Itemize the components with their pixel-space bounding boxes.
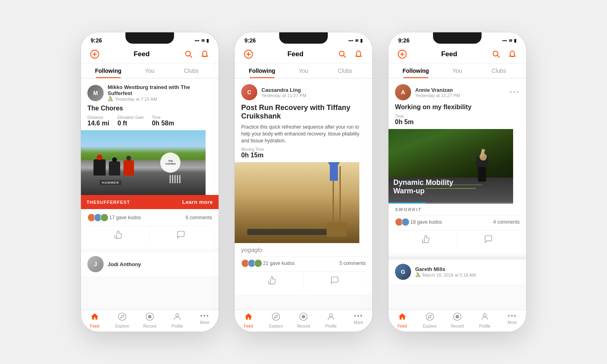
search-icon-1[interactable] [183, 49, 194, 60]
feed-title-3: Feed [441, 50, 457, 58]
nav-record-3[interactable]: Record [444, 312, 471, 328]
stats-row-2: Moving Time 0h 15m [241, 147, 366, 159]
nav-record-2[interactable]: Record [290, 312, 317, 328]
kudos-btn-2[interactable] [241, 272, 304, 289]
search-icon-3[interactable] [490, 49, 502, 60]
avatar-mikko: M [87, 85, 104, 101]
battery-icon-2: ▮ [360, 38, 363, 43]
tab-you-3[interactable]: You [437, 63, 478, 78]
tab-clubs-3[interactable]: Clubs [478, 63, 520, 78]
stat-moving-time: Moving Time 0h 15m [241, 147, 264, 159]
tab-you-2[interactable]: You [283, 63, 325, 78]
search-icon-2[interactable] [337, 49, 348, 60]
nav-label-explore-3: Explore [423, 324, 437, 328]
nav-feed-1[interactable]: Feed [81, 312, 108, 328]
comment-btn-2[interactable] [304, 272, 366, 289]
nav-profile-1[interactable]: Profile [163, 312, 191, 328]
nav-more-2[interactable]: ••• More [345, 312, 372, 328]
nav-label-profile-2: Profile [325, 324, 337, 328]
sufferfest-banner[interactable]: THESUFFERFEST Learn more [81, 195, 219, 209]
kudos-btn-3[interactable] [395, 231, 458, 248]
activity-title-1: The Chores [87, 105, 212, 112]
phone-3: 9:26 ▪▪▪ ≋ ▮ Feed [388, 32, 526, 332]
sufferfest-brand: THESUFFERFEST [87, 200, 130, 205]
nav-feed-2[interactable]: Feed [235, 312, 262, 328]
kudos-row-2: 21 gave kudos 5 comments [241, 256, 366, 270]
stat-elevation: Elevation Gain 0 ft [117, 115, 144, 127]
tab-clubs-2[interactable]: Clubs [324, 63, 366, 78]
bike-icon-gareth: 🚴 [415, 272, 421, 277]
kudos-btn-1[interactable] [87, 226, 150, 243]
record-icon-1 [145, 312, 154, 323]
svg-point-6 [119, 313, 126, 320]
nav-explore-2[interactable]: Explore [262, 312, 290, 328]
status-icons-1: ▪▪▪ ≋ ▮ [195, 38, 209, 43]
bottom-nav-2: Feed Explore Record [235, 309, 372, 332]
svg-point-26 [426, 313, 433, 320]
second-post-preview-3: G Gareth Mills 🚴 March 18, 2018 at 5:16 … [388, 256, 526, 284]
more-dots-3[interactable]: ••• [509, 88, 520, 97]
comment-btn-3[interactable] [458, 231, 520, 248]
add-icon-3[interactable] [397, 49, 408, 60]
profile-icon-3 [480, 312, 489, 323]
nav-icons-right-3 [490, 49, 518, 60]
svg-point-8 [148, 315, 151, 318]
tab-clubs-1[interactable]: Clubs [170, 63, 212, 78]
svg-line-4 [190, 55, 192, 57]
feed-content-1: M Mikko Westburg trained with The Suffer… [81, 78, 219, 309]
activity-image-yoga [235, 162, 359, 243]
nav-label-more-2: More [354, 320, 363, 325]
bell-icon-3[interactable] [507, 49, 518, 60]
kudos-avatars-3 [395, 218, 408, 226]
profile-icon-2 [327, 312, 335, 323]
nav-more-3[interactable]: ••• More [499, 312, 526, 328]
nav-more-1[interactable]: ••• More [191, 312, 219, 328]
record-icon-2 [299, 312, 308, 323]
kudos-avatar-3b [401, 218, 410, 226]
tab-following-1[interactable]: Following [87, 63, 129, 78]
wifi-icon-3: ≋ [509, 38, 512, 43]
wifi-icon-2: ≋ [355, 38, 359, 43]
user-name-cassandra: Cassandra Ling [261, 87, 366, 93]
nav-profile-2[interactable]: Profile [317, 312, 345, 328]
phone-1: 9:26 ▪▪▪ ≋ ▮ Feed [81, 32, 219, 332]
signal-icon: ▪▪▪ [195, 38, 200, 43]
description-2: Practice this quick refresher sequence a… [241, 124, 366, 144]
explore-icon-3 [425, 312, 434, 323]
nav-label-feed-3: Feed [398, 324, 407, 328]
nav-header-2: Feed [235, 45, 372, 63]
wifi-icon: ≋ [201, 38, 205, 43]
phone-2-top: 9:26 ▪▪▪ ≋ ▮ Feed [235, 32, 372, 78]
bike-icon-1: 🚴 [108, 96, 113, 102]
nav-explore-1[interactable]: Explore [108, 312, 136, 328]
brand-sworkit: SWORKIT [395, 204, 520, 214]
nav-record-1[interactable]: Record [136, 312, 163, 328]
activity-image-mobility: Dynamic MobilityWarm-up [388, 129, 513, 204]
add-icon-1[interactable] [89, 49, 100, 60]
nav-explore-3[interactable]: Explore [416, 312, 444, 328]
svg-point-16 [272, 313, 280, 320]
nav-label-feed-1: Feed [90, 324, 100, 328]
kudos-row-3: 18 gave kudos 4 comments [395, 215, 520, 229]
tab-you-1[interactable]: You [129, 63, 171, 78]
nav-profile-3[interactable]: Profile [471, 312, 499, 328]
kudos-count-3: 18 gave kudos [410, 219, 442, 225]
bell-icon-2[interactable] [353, 49, 364, 60]
action-row-2 [241, 271, 366, 289]
notch-3 [433, 32, 482, 44]
progress-bar-3 [388, 203, 513, 204]
svg-line-14 [344, 55, 346, 57]
bell-icon-1[interactable] [199, 49, 210, 60]
add-icon-2[interactable] [243, 49, 254, 60]
nav-feed-3[interactable]: Feed [388, 312, 416, 328]
home-icon-1 [90, 312, 99, 323]
home-icon-2 [244, 312, 253, 323]
learn-more-btn[interactable]: Learn more [182, 199, 213, 205]
tab-following-3[interactable]: Following [395, 63, 437, 78]
comment-btn-1[interactable] [150, 226, 212, 243]
user-name-gareth: Gareth Mills [415, 266, 520, 272]
tab-following-2[interactable]: Following [241, 63, 283, 78]
bottom-nav-1: Feed Explore Record [81, 309, 219, 332]
home-icon-3 [398, 312, 407, 323]
more-icon-1: ••• [200, 312, 210, 320]
